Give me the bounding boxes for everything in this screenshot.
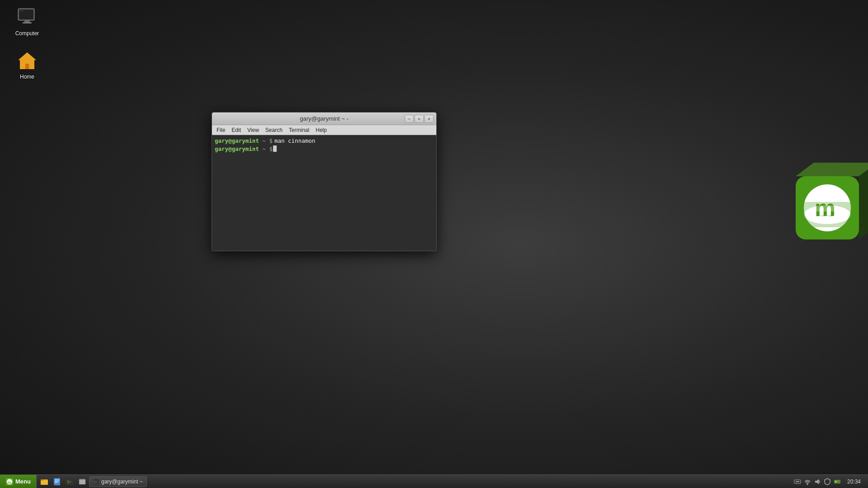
desktop-icons: Computer Home xyxy=(9,5,45,82)
taskbar-items: $> $> gary@garymint ~ xyxy=(37,475,790,488)
taskbar-tray: 20:34 xyxy=(790,478,868,485)
svg-rect-38 xyxy=(835,481,837,483)
taskbar-menu-button[interactable]: m Menu xyxy=(0,475,37,488)
terminal-menubar: File Edit View Search Terminal Help xyxy=(212,125,436,135)
home-icon-image xyxy=(16,50,38,72)
desktop: Computer Home xyxy=(0,0,868,488)
taskbar-menu-label: Menu xyxy=(15,478,31,485)
menu-terminal[interactable]: Terminal xyxy=(286,126,312,134)
svg-rect-34 xyxy=(796,481,799,482)
svg-rect-2 xyxy=(24,20,30,22)
svg-text:m: m xyxy=(8,480,11,484)
terminal-line-2: gary@garymint ~ $ xyxy=(215,145,434,153)
menu-help[interactable]: Help xyxy=(313,126,330,134)
computer-icon[interactable]: Computer xyxy=(9,5,45,39)
svg-rect-25 xyxy=(55,481,59,482)
prompt-dollar-1: $ xyxy=(269,137,273,145)
svg-text:$>: $> xyxy=(94,480,98,483)
terminal-body[interactable]: gary@garymint ~ $ man cinnamon gary@gary… xyxy=(212,135,436,251)
taskbar-app-label: gary@garymint ~ xyxy=(101,479,143,485)
tray-network-icon[interactable] xyxy=(794,478,801,485)
prompt-user-1: gary@garymint xyxy=(215,137,259,145)
terminal-titlebar: gary@garymint ~ - − + × xyxy=(212,113,436,125)
svg-rect-3 xyxy=(23,22,32,23)
menu-view[interactable]: View xyxy=(245,126,262,134)
close-button[interactable]: × xyxy=(425,115,434,123)
svg-marker-9 xyxy=(796,163,868,176)
svg-rect-30 xyxy=(79,480,85,484)
mint-logo: m m xyxy=(773,154,868,298)
menu-edit[interactable]: Edit xyxy=(229,126,244,134)
taskbar-terminal-icon[interactable]: $> xyxy=(64,476,75,487)
svg-rect-4 xyxy=(19,10,24,12)
svg-text:m: m xyxy=(815,210,835,220)
terminal-controls: − + × xyxy=(405,115,434,123)
svg-rect-26 xyxy=(55,482,58,483)
taskbar-filemanager-icon[interactable] xyxy=(38,476,50,487)
terminal-title: gary@garymint ~ - xyxy=(300,115,348,122)
menu-search[interactable]: Search xyxy=(263,126,285,134)
svg-rect-6 xyxy=(25,64,29,69)
prompt-tilde-1: ~ xyxy=(259,137,269,145)
svg-point-35 xyxy=(807,483,808,485)
svg-rect-23 xyxy=(54,478,60,485)
prompt-tilde-2: ~ xyxy=(259,145,269,153)
svg-text:$>: $> xyxy=(67,480,71,484)
taskbar-files-icon[interactable] xyxy=(76,476,88,487)
tray-security-icon[interactable] xyxy=(824,478,831,485)
terminal-cursor xyxy=(273,145,277,152)
mint-menu-icon: m xyxy=(5,478,14,486)
terminal-window: gary@garymint ~ - − + × File Edit View S… xyxy=(212,112,437,251)
home-icon-label: Home xyxy=(20,74,34,80)
svg-rect-22 xyxy=(41,479,44,481)
svg-rect-21 xyxy=(41,480,48,485)
tray-sound-icon[interactable] xyxy=(814,478,821,485)
svg-marker-36 xyxy=(815,479,819,484)
prompt-user-2: gary@garymint xyxy=(215,145,259,153)
taskbar-terminal-app-button[interactable]: $> gary@garymint ~ xyxy=(89,476,147,487)
computer-icon-label: Computer xyxy=(15,30,39,37)
tray-gpu-icon[interactable] xyxy=(834,478,841,485)
taskbar-texteditor-icon[interactable] xyxy=(51,476,63,487)
svg-rect-24 xyxy=(55,479,59,480)
terminal-line-1: gary@garymint ~ $ man cinnamon xyxy=(215,137,434,145)
command-1: man cinnamon xyxy=(274,137,315,145)
tray-wifi-icon[interactable] xyxy=(804,478,811,485)
minimize-button[interactable]: − xyxy=(405,115,414,123)
maximize-button[interactable]: + xyxy=(415,115,424,123)
taskbar: m Menu xyxy=(0,474,868,488)
home-icon[interactable]: Home xyxy=(9,48,45,82)
prompt-dollar-2: $ xyxy=(269,145,273,153)
menu-file[interactable]: File xyxy=(214,126,228,134)
computer-icon-image xyxy=(16,7,38,28)
taskbar-clock: 20:34 xyxy=(844,479,864,485)
